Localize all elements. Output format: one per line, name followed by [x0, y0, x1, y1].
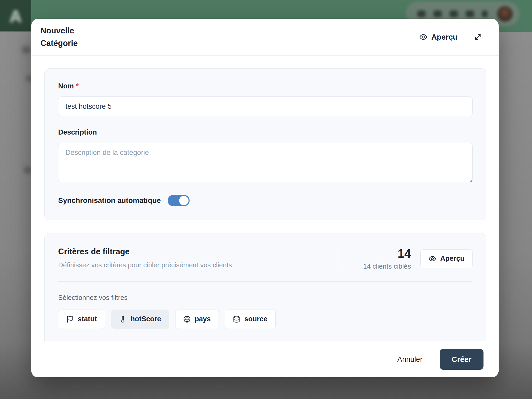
dialog-body: Nom* Description Synchronisation automat…	[31, 56, 499, 341]
preview-button[interactable]: Aperçu	[419, 33, 457, 41]
filter-chip-label: statut	[78, 315, 97, 323]
eye-icon	[428, 255, 436, 263]
criteria-preview-label: Aperçu	[440, 255, 464, 263]
criteria-divider	[58, 281, 473, 282]
select-filters-label: Sélectionnez vos filtres	[58, 294, 473, 302]
dialog-title-line1: Nouvelle	[40, 25, 78, 37]
blurred-toolbar-icon	[482, 10, 488, 17]
sync-row: Synchronisation automatique	[58, 195, 473, 206]
blurred-toolbar-icon	[433, 10, 442, 17]
description-label: Description	[58, 128, 473, 136]
blurred-toolbar-icon	[450, 10, 458, 17]
name-label-text: Nom	[58, 82, 74, 90]
vertical-divider	[338, 247, 338, 270]
filter-chip-label: hotScore	[131, 315, 161, 323]
filter-chip-pays[interactable]: pays	[175, 310, 219, 329]
expand-dialog-button[interactable]	[474, 33, 482, 41]
database-icon	[233, 316, 240, 323]
blurred-sidebar-icon	[22, 46, 31, 53]
blurred-toolbar-icon	[417, 10, 426, 17]
sync-toggle[interactable]	[168, 195, 190, 206]
filter-chip-source[interactable]: source	[225, 310, 276, 329]
filter-criteria-card: Critères de filtrage Définissez vos crit…	[44, 233, 486, 341]
dialog-title: Nouvelle Catégorie	[40, 25, 78, 50]
globe-icon	[183, 316, 191, 323]
dialog-header-actions: Aperçu	[419, 33, 482, 41]
criteria-header: Critères de filtrage Définissez vos crit…	[58, 247, 473, 270]
filter-chip-statut[interactable]: statut	[58, 310, 105, 329]
expand-icon	[474, 33, 482, 41]
name-label: Nom*	[58, 82, 473, 90]
criteria-title: Critères de filtrage	[58, 247, 338, 256]
preview-button-label: Aperçu	[431, 33, 457, 41]
blurred-sidebar-icon	[24, 167, 32, 173]
dialog-footer: Annuler Créer	[31, 341, 499, 377]
targeted-clients-caption: 14 clients ciblés	[363, 262, 411, 270]
name-input[interactable]	[58, 96, 473, 116]
required-asterisk: *	[76, 82, 79, 90]
blurred-toolbar-icon	[466, 10, 474, 17]
app-logo-letter: A	[9, 7, 22, 26]
targeted-clients-stat: 14 14 clients ciblés	[363, 247, 411, 270]
toggle-knob	[179, 196, 189, 205]
eye-icon	[419, 33, 427, 41]
category-form-card: Nom* Description Synchronisation automat…	[44, 68, 486, 220]
filter-chips: statut hotScore pa	[58, 310, 473, 329]
description-textarea[interactable]	[58, 143, 473, 182]
new-category-dialog: Nouvelle Catégorie Aperçu	[31, 19, 499, 377]
targeted-clients-count: 14	[363, 247, 411, 260]
thermometer-icon	[119, 316, 126, 323]
criteria-subtitle: Définissez vos critères pour cibler préc…	[58, 261, 338, 269]
avatar	[497, 6, 513, 22]
cancel-button[interactable]: Annuler	[390, 350, 429, 369]
filter-chip-label: source	[244, 315, 268, 323]
filter-chip-hotscore[interactable]: hotScore	[111, 310, 169, 329]
criteria-titles: Critères de filtrage Définissez vos crit…	[58, 247, 338, 270]
app-logo: A	[0, 0, 31, 31]
dialog-title-line2: Catégorie	[40, 37, 78, 50]
create-button[interactable]: Créer	[440, 349, 483, 370]
flag-icon	[66, 316, 74, 323]
dialog-header: Nouvelle Catégorie Aperçu	[31, 19, 499, 56]
filter-chip-label: pays	[195, 315, 211, 323]
criteria-preview-button[interactable]: Aperçu	[420, 249, 473, 268]
sync-label: Synchronisation automatique	[58, 196, 161, 205]
